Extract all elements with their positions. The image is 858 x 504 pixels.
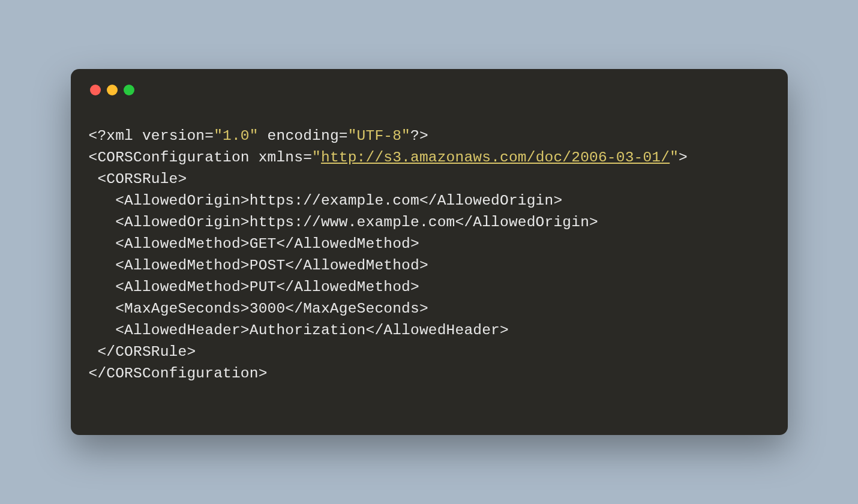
code-line-12: </CORSConfiguration> [89,365,268,382]
maximize-icon[interactable] [124,85,134,95]
code-line-3: <CORSRule> [89,171,187,187]
code-line-1: <?xml version="1.0" encoding="UTF-8"?> [89,128,428,144]
code-line-9: <MaxAgeSeconds>3000</MaxAgeSeconds> [89,301,428,317]
code-line-11: </CORSRule> [89,344,196,360]
code-line-6: <AllowedMethod>GET</AllowedMethod> [89,236,419,252]
code-line-5: <AllowedOrigin>https://www.example.com</… [89,214,598,230]
code-line-2: <CORSConfiguration xmlns="http://s3.amaz… [89,149,688,166]
code-line-4: <AllowedOrigin>https://example.com</Allo… [89,193,563,209]
code-line-8: <AllowedMethod>PUT</AllowedMethod> [89,279,419,295]
code-line-10: <AllowedHeader>Authorization</AllowedHea… [89,322,509,338]
code-window: <?xml version="1.0" encoding="UTF-8"?> <… [71,69,788,435]
code-content: <?xml version="1.0" encoding="UTF-8"?> <… [89,125,770,385]
close-icon[interactable] [90,85,101,95]
minimize-icon[interactable] [107,85,118,95]
code-line-7: <AllowedMethod>POST</AllowedMethod> [89,257,428,274]
window-controls [89,85,770,95]
